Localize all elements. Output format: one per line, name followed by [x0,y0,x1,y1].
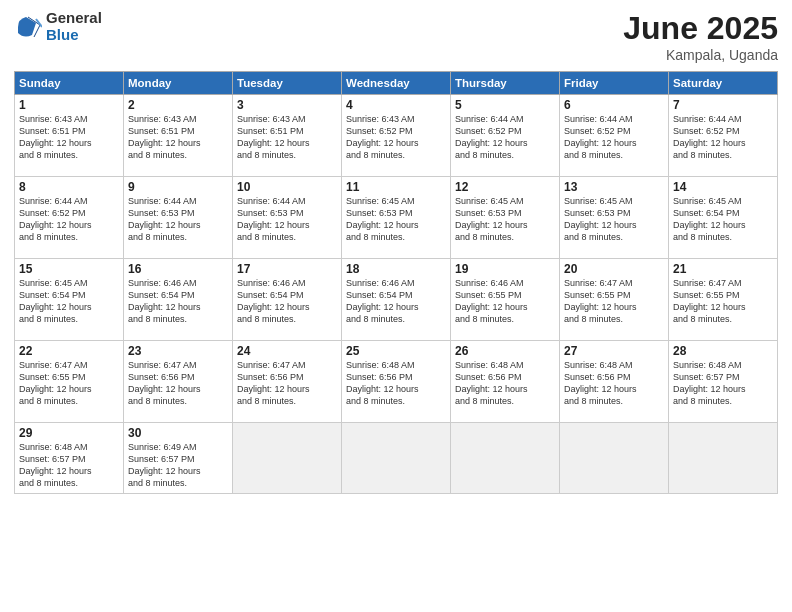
col-sunday: Sunday [15,72,124,95]
day-number: 24 [237,344,337,358]
day-info: Sunrise: 6:45 AMSunset: 6:53 PMDaylight:… [455,195,555,244]
day-info: Sunrise: 6:47 AMSunset: 6:56 PMDaylight:… [128,359,228,408]
calendar-week-row: 29Sunrise: 6:48 AMSunset: 6:57 PMDayligh… [15,423,778,494]
table-row: 5Sunrise: 6:44 AMSunset: 6:52 PMDaylight… [451,95,560,177]
table-row [669,423,778,494]
table-row: 12Sunrise: 6:45 AMSunset: 6:53 PMDayligh… [451,177,560,259]
day-number: 26 [455,344,555,358]
table-row: 4Sunrise: 6:43 AMSunset: 6:52 PMDaylight… [342,95,451,177]
day-number: 27 [564,344,664,358]
day-number: 19 [455,262,555,276]
day-number: 11 [346,180,446,194]
col-monday: Monday [124,72,233,95]
day-info: Sunrise: 6:46 AMSunset: 6:54 PMDaylight:… [346,277,446,326]
table-row: 15Sunrise: 6:45 AMSunset: 6:54 PMDayligh… [15,259,124,341]
table-row: 11Sunrise: 6:45 AMSunset: 6:53 PMDayligh… [342,177,451,259]
table-row: 29Sunrise: 6:48 AMSunset: 6:57 PMDayligh… [15,423,124,494]
table-row [233,423,342,494]
day-number: 18 [346,262,446,276]
day-info: Sunrise: 6:43 AMSunset: 6:51 PMDaylight:… [19,113,119,162]
day-number: 1 [19,98,119,112]
table-row: 17Sunrise: 6:46 AMSunset: 6:54 PMDayligh… [233,259,342,341]
day-info: Sunrise: 6:48 AMSunset: 6:56 PMDaylight:… [564,359,664,408]
table-row: 26Sunrise: 6:48 AMSunset: 6:56 PMDayligh… [451,341,560,423]
table-row: 10Sunrise: 6:44 AMSunset: 6:53 PMDayligh… [233,177,342,259]
col-wednesday: Wednesday [342,72,451,95]
calendar-header-row: Sunday Monday Tuesday Wednesday Thursday… [15,72,778,95]
calendar-week-row: 8Sunrise: 6:44 AMSunset: 6:52 PMDaylight… [15,177,778,259]
day-info: Sunrise: 6:44 AMSunset: 6:52 PMDaylight:… [455,113,555,162]
table-row: 28Sunrise: 6:48 AMSunset: 6:57 PMDayligh… [669,341,778,423]
day-info: Sunrise: 6:47 AMSunset: 6:55 PMDaylight:… [19,359,119,408]
calendar-week-row: 22Sunrise: 6:47 AMSunset: 6:55 PMDayligh… [15,341,778,423]
day-number: 10 [237,180,337,194]
day-number: 15 [19,262,119,276]
day-info: Sunrise: 6:45 AMSunset: 6:53 PMDaylight:… [564,195,664,244]
table-row: 2Sunrise: 6:43 AMSunset: 6:51 PMDaylight… [124,95,233,177]
day-number: 22 [19,344,119,358]
day-info: Sunrise: 6:44 AMSunset: 6:52 PMDaylight:… [564,113,664,162]
day-info: Sunrise: 6:47 AMSunset: 6:55 PMDaylight:… [673,277,773,326]
table-row: 27Sunrise: 6:48 AMSunset: 6:56 PMDayligh… [560,341,669,423]
day-info: Sunrise: 6:47 AMSunset: 6:56 PMDaylight:… [237,359,337,408]
day-number: 16 [128,262,228,276]
day-info: Sunrise: 6:46 AMSunset: 6:54 PMDaylight:… [128,277,228,326]
table-row: 1Sunrise: 6:43 AMSunset: 6:51 PMDaylight… [15,95,124,177]
day-info: Sunrise: 6:44 AMSunset: 6:53 PMDaylight:… [237,195,337,244]
table-row: 25Sunrise: 6:48 AMSunset: 6:56 PMDayligh… [342,341,451,423]
day-number: 30 [128,426,228,440]
header: General Blue June 2025 Kampala, Uganda [14,10,778,63]
calendar-week-row: 1Sunrise: 6:43 AMSunset: 6:51 PMDaylight… [15,95,778,177]
day-info: Sunrise: 6:45 AMSunset: 6:54 PMDaylight:… [19,277,119,326]
table-row: 7Sunrise: 6:44 AMSunset: 6:52 PMDaylight… [669,95,778,177]
table-row: 19Sunrise: 6:46 AMSunset: 6:55 PMDayligh… [451,259,560,341]
table-row: 13Sunrise: 6:45 AMSunset: 6:53 PMDayligh… [560,177,669,259]
table-row: 24Sunrise: 6:47 AMSunset: 6:56 PMDayligh… [233,341,342,423]
table-row: 6Sunrise: 6:44 AMSunset: 6:52 PMDaylight… [560,95,669,177]
table-row: 14Sunrise: 6:45 AMSunset: 6:54 PMDayligh… [669,177,778,259]
col-tuesday: Tuesday [233,72,342,95]
calendar-table: Sunday Monday Tuesday Wednesday Thursday… [14,71,778,494]
table-row: 16Sunrise: 6:46 AMSunset: 6:54 PMDayligh… [124,259,233,341]
col-saturday: Saturday [669,72,778,95]
day-info: Sunrise: 6:44 AMSunset: 6:52 PMDaylight:… [673,113,773,162]
day-info: Sunrise: 6:48 AMSunset: 6:56 PMDaylight:… [455,359,555,408]
logo-icon [14,13,42,41]
logo-text: General Blue [46,10,102,43]
day-info: Sunrise: 6:48 AMSunset: 6:57 PMDaylight:… [673,359,773,408]
day-number: 20 [564,262,664,276]
title-block: June 2025 Kampala, Uganda [623,10,778,63]
day-info: Sunrise: 6:48 AMSunset: 6:56 PMDaylight:… [346,359,446,408]
col-thursday: Thursday [451,72,560,95]
month-title: June 2025 [623,10,778,47]
table-row [451,423,560,494]
day-number: 3 [237,98,337,112]
logo-general-text: General [46,10,102,27]
day-number: 12 [455,180,555,194]
table-row: 18Sunrise: 6:46 AMSunset: 6:54 PMDayligh… [342,259,451,341]
day-number: 8 [19,180,119,194]
logo-blue-text: Blue [46,27,102,44]
day-info: Sunrise: 6:49 AMSunset: 6:57 PMDaylight:… [128,441,228,490]
day-number: 21 [673,262,773,276]
day-info: Sunrise: 6:45 AMSunset: 6:54 PMDaylight:… [673,195,773,244]
day-number: 14 [673,180,773,194]
day-number: 6 [564,98,664,112]
table-row: 23Sunrise: 6:47 AMSunset: 6:56 PMDayligh… [124,341,233,423]
day-number: 23 [128,344,228,358]
table-row: 21Sunrise: 6:47 AMSunset: 6:55 PMDayligh… [669,259,778,341]
day-info: Sunrise: 6:46 AMSunset: 6:54 PMDaylight:… [237,277,337,326]
day-info: Sunrise: 6:47 AMSunset: 6:55 PMDaylight:… [564,277,664,326]
day-info: Sunrise: 6:45 AMSunset: 6:53 PMDaylight:… [346,195,446,244]
table-row: 3Sunrise: 6:43 AMSunset: 6:51 PMDaylight… [233,95,342,177]
day-number: 13 [564,180,664,194]
day-info: Sunrise: 6:43 AMSunset: 6:52 PMDaylight:… [346,113,446,162]
day-info: Sunrise: 6:43 AMSunset: 6:51 PMDaylight:… [237,113,337,162]
col-friday: Friday [560,72,669,95]
day-number: 9 [128,180,228,194]
table-row: 30Sunrise: 6:49 AMSunset: 6:57 PMDayligh… [124,423,233,494]
day-info: Sunrise: 6:43 AMSunset: 6:51 PMDaylight:… [128,113,228,162]
day-number: 28 [673,344,773,358]
day-info: Sunrise: 6:44 AMSunset: 6:52 PMDaylight:… [19,195,119,244]
day-number: 2 [128,98,228,112]
